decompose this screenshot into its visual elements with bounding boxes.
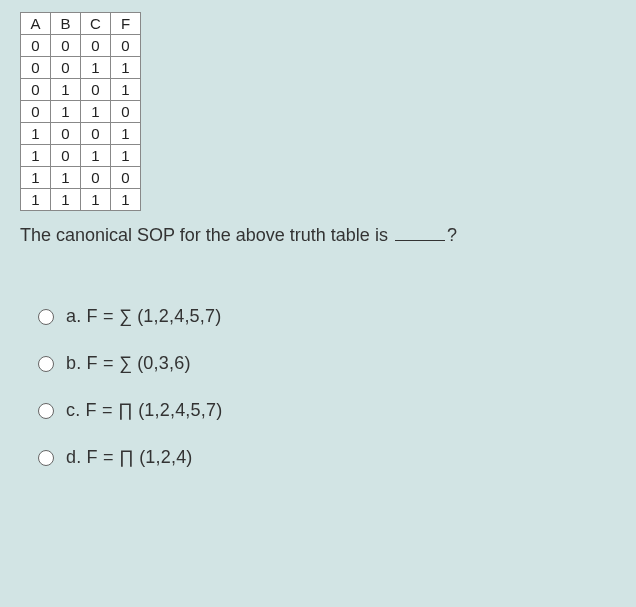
option-d[interactable]: d. F = ∏ (1,2,4) xyxy=(38,447,616,468)
table-row: 0 1 1 0 xyxy=(21,101,141,123)
cell: 1 xyxy=(21,167,51,189)
cell: 1 xyxy=(111,57,141,79)
question-suffix: ? xyxy=(447,225,457,245)
cell: 0 xyxy=(81,167,111,189)
col-header: A xyxy=(21,13,51,35)
table-header-row: A B C F xyxy=(21,13,141,35)
cell: 0 xyxy=(111,101,141,123)
question-text: The canonical SOP for the above truth ta… xyxy=(20,225,616,246)
cell: 1 xyxy=(21,189,51,211)
table-row: 1 1 1 1 xyxy=(21,189,141,211)
cell: 0 xyxy=(51,35,81,57)
cell: 0 xyxy=(51,57,81,79)
option-label: d. F = ∏ (1,2,4) xyxy=(66,447,193,468)
cell: 1 xyxy=(81,101,111,123)
table-row: 0 1 0 1 xyxy=(21,79,141,101)
option-a[interactable]: a. F = ∑ (1,2,4,5,7) xyxy=(38,306,616,327)
cell: 0 xyxy=(111,167,141,189)
cell: 1 xyxy=(21,123,51,145)
cell: 1 xyxy=(51,189,81,211)
cell: 0 xyxy=(111,35,141,57)
col-header: B xyxy=(51,13,81,35)
cell: 1 xyxy=(51,167,81,189)
radio-icon[interactable] xyxy=(38,450,54,466)
cell: 1 xyxy=(111,79,141,101)
option-label: c. F = ∏ (1,2,4,5,7) xyxy=(66,400,222,421)
option-label: a. F = ∑ (1,2,4,5,7) xyxy=(66,306,221,327)
col-header: C xyxy=(81,13,111,35)
cell: 0 xyxy=(51,123,81,145)
cell: 0 xyxy=(81,79,111,101)
table-row: 1 1 0 0 xyxy=(21,167,141,189)
truth-table: A B C F 0 0 0 0 0 0 1 1 0 1 0 xyxy=(20,12,141,211)
cell: 1 xyxy=(111,123,141,145)
question-panel: A B C F 0 0 0 0 0 0 1 1 0 1 0 xyxy=(0,0,636,607)
cell: 1 xyxy=(81,57,111,79)
fill-blank xyxy=(395,240,445,241)
table-row: 1 0 0 1 xyxy=(21,123,141,145)
radio-icon[interactable] xyxy=(38,403,54,419)
cell: 1 xyxy=(111,145,141,167)
col-header: F xyxy=(111,13,141,35)
cell: 0 xyxy=(21,57,51,79)
radio-icon[interactable] xyxy=(38,356,54,372)
option-b[interactable]: b. F = ∑ (0,3,6) xyxy=(38,353,616,374)
cell: 0 xyxy=(21,35,51,57)
cell: 0 xyxy=(21,79,51,101)
options-group: a. F = ∑ (1,2,4,5,7) b. F = ∑ (0,3,6) c.… xyxy=(38,306,616,468)
table-row: 0 0 0 0 xyxy=(21,35,141,57)
cell: 1 xyxy=(51,79,81,101)
cell: 0 xyxy=(81,123,111,145)
question-prefix: The canonical SOP for the above truth ta… xyxy=(20,225,393,245)
cell: 1 xyxy=(81,145,111,167)
cell: 0 xyxy=(21,101,51,123)
cell: 0 xyxy=(81,35,111,57)
table-row: 0 0 1 1 xyxy=(21,57,141,79)
cell: 1 xyxy=(21,145,51,167)
cell: 1 xyxy=(51,101,81,123)
option-c[interactable]: c. F = ∏ (1,2,4,5,7) xyxy=(38,400,616,421)
table-row: 1 0 1 1 xyxy=(21,145,141,167)
option-label: b. F = ∑ (0,3,6) xyxy=(66,353,191,374)
cell: 1 xyxy=(111,189,141,211)
radio-icon[interactable] xyxy=(38,309,54,325)
cell: 0 xyxy=(51,145,81,167)
cell: 1 xyxy=(81,189,111,211)
